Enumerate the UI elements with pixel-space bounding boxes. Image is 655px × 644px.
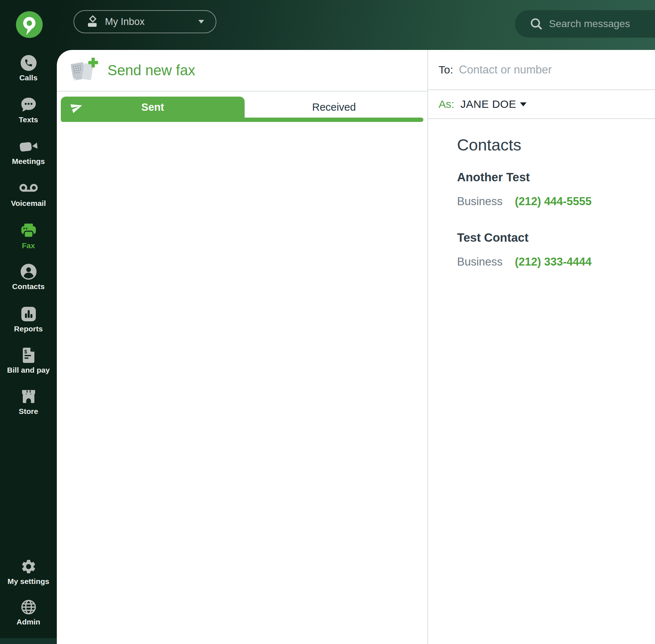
phone-icon <box>21 55 37 71</box>
to-input[interactable] <box>458 63 619 77</box>
chat-bubble-icon <box>20 97 37 113</box>
search-icon <box>529 17 543 31</box>
search-bar[interactable] <box>515 10 655 38</box>
sidebar-item-meetings[interactable]: Meetings <box>0 138 57 166</box>
to-label: To: <box>439 64 453 76</box>
contact-number-type: Business <box>457 195 503 208</box>
compose-panel: To: As: JANE DOE Contacts Another Test B… <box>427 50 655 644</box>
gear-icon <box>20 558 37 575</box>
sidebar-item-label: Meetings <box>12 157 45 166</box>
fax-tabs: Sent Received <box>61 97 423 122</box>
contact-number-link[interactable]: (212) 444-5555 <box>515 195 592 208</box>
sidebar-item-label: Bill and pay <box>7 366 50 374</box>
send-new-fax-label: Send new fax <box>107 62 195 79</box>
sidebar-item-store[interactable]: Store <box>0 388 57 416</box>
contacts-section: Contacts Another Test Business (212) 444… <box>428 119 655 268</box>
sidebar-item-contacts[interactable]: Contacts <box>0 263 57 291</box>
fax-printer-icon <box>20 223 37 239</box>
sidebar-item-label: Contacts <box>12 282 45 291</box>
sidebar-item-label: Fax <box>22 241 35 250</box>
tab-received[interactable]: Received <box>245 97 423 118</box>
sidebar-item-label: Admin <box>17 618 40 626</box>
contact-number-row: Business (212) 333-4444 <box>457 255 655 268</box>
sidebar-item-label: Store <box>19 407 38 416</box>
contact-number-type: Business <box>457 255 503 268</box>
send-new-fax-button[interactable]: Send new fax <box>57 50 427 92</box>
storefront-icon <box>20 389 37 404</box>
tab-sent[interactable]: Sent <box>61 97 245 118</box>
sidebar-item-label: My settings <box>8 577 50 586</box>
sidebar-item-admin[interactable]: Admin <box>0 598 57 626</box>
inbox-selector[interactable]: My Inbox <box>73 10 216 33</box>
tab-sent-label: Sent <box>141 101 164 113</box>
sidebar: Calls Texts Meetings <box>0 0 57 644</box>
app-logo-icon[interactable] <box>16 11 43 38</box>
sidebar-item-voicemail[interactable]: Voicemail <box>0 180 57 208</box>
tab-received-label: Received <box>312 101 356 113</box>
contact-number-link[interactable]: (212) 333-4444 <box>515 255 592 268</box>
sidebar-item-my-settings[interactable]: My settings <box>0 558 57 586</box>
invoice-icon: $ <box>21 347 36 364</box>
globe-icon <box>21 599 37 615</box>
sidebar-item-fax[interactable]: Fax <box>0 222 57 250</box>
topbar: My Inbox <box>0 0 655 50</box>
sender-identity-value: JANE DOE <box>460 98 516 110</box>
bar-chart-icon <box>21 306 37 322</box>
contact-entry[interactable]: Another Test Business (212) 444-5555 <box>457 170 655 208</box>
sender-identity-dropdown[interactable]: JANE DOE <box>460 98 527 110</box>
sidebar-item-texts[interactable]: Texts <box>0 96 57 124</box>
sidebar-item-bill-and-pay[interactable]: $ Bill and pay <box>0 347 57 374</box>
sidebar-item-label: Voicemail <box>11 199 46 208</box>
contact-number-row: Business (212) 444-5555 <box>457 195 655 208</box>
video-camera-icon <box>19 140 38 153</box>
inbox-selector-label: My Inbox <box>105 16 145 27</box>
contact-entry[interactable]: Test Contact Business (212) 333-4444 <box>457 230 655 268</box>
paper-plane-icon <box>71 101 83 113</box>
voicemail-icon <box>19 182 38 195</box>
contact-name: Test Contact <box>457 230 655 245</box>
as-label: As: <box>439 98 454 110</box>
sidebar-item-reports[interactable]: Reports <box>0 305 57 333</box>
to-row: To: <box>428 50 655 90</box>
new-fax-icon <box>68 57 99 86</box>
tabs-underline <box>61 118 423 122</box>
contacts-heading: Contacts <box>457 136 655 154</box>
person-icon <box>21 264 37 280</box>
chevron-down-icon <box>520 102 527 106</box>
search-input[interactable] <box>548 18 651 30</box>
sidebar-item-label: Reports <box>14 325 43 333</box>
contact-name: Another Test <box>457 170 655 185</box>
as-row: As: JANE DOE <box>428 90 655 119</box>
sidebar-item-label: Calls <box>19 73 37 82</box>
fax-panel: Send new fax Sent Received <box>57 50 427 644</box>
sidebar-item-calls[interactable]: Calls <box>0 54 57 82</box>
svg-text:$: $ <box>24 349 27 355</box>
chevron-down-icon <box>198 20 204 24</box>
sidebar-item-label: Texts <box>19 115 38 124</box>
sidebar-bottom-strip <box>0 638 57 644</box>
inbox-icon <box>86 15 99 28</box>
